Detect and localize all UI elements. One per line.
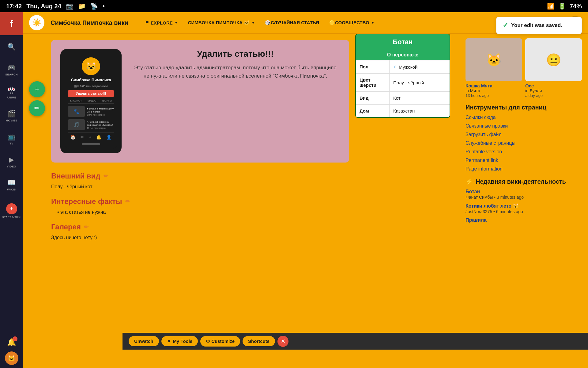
phone-mockup: 🐱 Симбочка Пимпочка 🎬©️ 9,83 млн подписч…: [60, 49, 122, 153]
sidebar-item-anime[interactable]: 🎌 ANIME: [0, 81, 23, 104]
tool-link-upload-file[interactable]: Загрузить файл: [466, 132, 582, 137]
tool-link-page-info[interactable]: Page information: [466, 166, 582, 172]
phone-avatar: 🐱: [82, 57, 100, 75]
infobox-label-species: Вид: [356, 92, 390, 104]
fandom-logo[interactable]: f: [0, 12, 23, 35]
user-avatar[interactable]: 🐱: [5, 351, 18, 365]
sidebar-item-video[interactable]: ▶ VIDEO: [0, 150, 23, 173]
appearance-edit-icon[interactable]: ✏: [104, 173, 108, 179]
tool-link-printable[interactable]: Printable version: [466, 149, 582, 155]
phone-channel-name: Симбочка Пимпочка: [71, 78, 111, 82]
activity-link-3[interactable]: Правила: [466, 217, 582, 223]
media-icon: 📁: [78, 2, 86, 10]
games-icon: 🎮: [7, 64, 16, 72]
home-indicator: [82, 143, 100, 145]
gallery-edit-icon[interactable]: ✏: [84, 224, 89, 230]
infobox-row-gender: Пол ♂ Мужской: [356, 60, 450, 73]
activity-link-1[interactable]: Ботан: [466, 189, 582, 194]
my-tools-button[interactable]: ▼ My Tools: [161, 336, 198, 346]
recent-images: 🐱 Кошка Мята in Мята 13 hours ago 😐 Оее …: [466, 38, 582, 98]
gallery-heading: Галерея ✏: [51, 223, 450, 231]
phone-video-2: 🎵 ✎ Сочиняю песенку для кошечки Мурсидай…: [68, 119, 114, 130]
fab-add-button[interactable]: +: [29, 81, 45, 97]
status-bar-right: 📶 🔋 74%: [547, 2, 582, 10]
fab-container: + ✏: [29, 78, 45, 368]
image-subtitle-2: in Булли: [525, 88, 582, 93]
wiki-logo: ☀️: [29, 15, 44, 30]
shortcuts-button[interactable]: Shortcuts: [243, 336, 275, 346]
image-time-2: a day ago: [525, 93, 582, 98]
nav-community[interactable]: 🟡СООБЩЕСТВО ▼: [325, 17, 379, 28]
page-tools-title: Инструменты для страниц: [466, 104, 582, 111]
tool-link-special-pages[interactable]: Служебные страницы: [466, 140, 582, 146]
phone-video-1: 🐾 ▶ Играю в майнкрафт у мене лапки 1 млн…: [68, 106, 114, 117]
wiki-title: Симбочка Пимпочка вики: [51, 19, 128, 26]
phone-navbar: 🏠 ✏ + 🔔 👤: [68, 132, 114, 140]
tool-link-related-edits[interactable]: Связанные правки: [466, 123, 582, 129]
sidebar-item-search[interactable]: 🔍: [0, 35, 23, 58]
delete-text-area: Удалить статью!!! Эту статью надо удалит…: [131, 49, 340, 80]
gallery-text: Здесь ничего нету :): [51, 235, 450, 240]
unwatch-button[interactable]: Unwatch: [129, 336, 159, 346]
infobox-value-home: Казахстан: [390, 105, 450, 117]
sidebar-item-tv[interactable]: 📺 TV: [0, 127, 23, 150]
simba-chevron: ▼: [251, 21, 255, 25]
delete-description: Эту статью надо удалить администраторам,…: [131, 63, 340, 80]
sidebar-item-start-wiki[interactable]: + START A WIKI: [0, 199, 23, 222]
nav-items: ⚑ EXPLORE ▼ СИМБОЧКА ПИМПОЧКА 🐱 ▼ 🎲СЛУЧА…: [141, 17, 379, 28]
tool-link-links-here[interactable]: Ссылки сюда: [466, 115, 582, 120]
main-content: Ботан О персонаже Пол ♂ Мужской Цвет шер…: [42, 34, 459, 368]
image-time-1: 13 hours ago: [466, 93, 522, 98]
anime-icon: 🎌: [7, 87, 16, 95]
recent-image-1: 🐱 Кошка Мята in Мята 13 hours ago: [466, 38, 522, 98]
infobox-row-species: Вид Кот: [356, 91, 450, 104]
facts-edit-icon[interactable]: ✏: [125, 198, 130, 205]
character-infobox: Ботан О персонаже Пол ♂ Мужской Цвет шер…: [355, 34, 450, 118]
customize-gear-icon: ⚙: [206, 339, 210, 344]
wifi-icon: 📶: [547, 2, 555, 10]
community-chevron: ▼: [371, 21, 375, 25]
cast-icon: 📡: [90, 2, 98, 10]
male-icon: ♂: [393, 64, 397, 70]
appearance-heading: Внешний вид ✏: [51, 172, 450, 180]
battery-icon: 🔋: [558, 2, 566, 10]
check-icon: ✓: [503, 21, 508, 29]
image-title-2[interactable]: Оее: [525, 83, 582, 88]
wikis-icon: 📖: [7, 179, 16, 187]
activity-link-2[interactable]: Котики любят лето 😺: [466, 203, 582, 209]
status-bar-left: 17:42 Thu, Aug 24 📷 📁 📡 •: [6, 2, 105, 10]
customize-button[interactable]: ⚙ Customize: [200, 336, 240, 347]
nav-random[interactable]: 🎲СЛУЧАЙНАЯ СТАТЬЯ: [261, 17, 323, 28]
facts-bullet-1: эта статья не нужна: [51, 209, 450, 215]
appearance-title: Внешний вид: [51, 172, 100, 180]
movies-icon: 🎬: [7, 110, 16, 118]
nav-explore[interactable]: ⚑ EXPLORE ▼: [141, 17, 182, 28]
video-thumb-2: 🎵: [68, 119, 85, 130]
toast-message: Your edit was saved.: [511, 22, 562, 29]
sidebar-bottom: 🔔 1 🐱: [4, 335, 19, 368]
image-title-1[interactable]: Кошка Мята: [466, 83, 522, 88]
sidebar-item-movies[interactable]: 🎬 MOVIES: [0, 104, 23, 127]
video-thumb-1: 🐾: [68, 106, 85, 117]
facts-heading: Интересные факты ✏: [51, 197, 450, 206]
sidebar-item-games[interactable]: 🎮 SEARCH: [0, 58, 23, 81]
time-display: 17:42: [6, 3, 22, 10]
gallery-title: Галерея: [51, 223, 81, 231]
mytools-dropdown-icon: ▼: [167, 339, 172, 344]
close-toolbar-button[interactable]: ✕: [277, 336, 288, 347]
image-thumb-2: 😐: [525, 38, 582, 81]
activity-item-1: Ботан Фанат Симбы • 3 minutes ago: [466, 189, 582, 200]
fandom-sidebar: f 🔍 🎮 SEARCH 🎌 ANIME 🎬 MOVIES 📺 TV ▶ VID…: [0, 12, 23, 368]
sidebar-item-wikis[interactable]: 📖 WIKIS: [0, 173, 23, 196]
infobox-row-home: Дом Казахстан: [356, 104, 450, 117]
nav-simba[interactable]: СИМБОЧКА ПИМПОЧКА 🐱 ▼: [184, 17, 259, 28]
activity-item-2: Котики любят лето 😺 JustNora3275 • 6 min…: [466, 203, 582, 214]
notification-bell[interactable]: 🔔 1: [4, 335, 19, 350]
tool-link-permanent[interactable]: Permanent link: [466, 158, 582, 163]
tv-icon: 📺: [7, 133, 16, 141]
notification-badge: 1: [13, 336, 17, 341]
delete-title: Удалить статью!!!: [131, 49, 340, 59]
wiki-toolbar: Unwatch ▼ My Tools ⚙ Customize Shortcuts…: [123, 333, 588, 350]
fab-edit-button[interactable]: ✏: [29, 100, 45, 116]
infobox-subtitle: О персонаже: [356, 50, 450, 60]
